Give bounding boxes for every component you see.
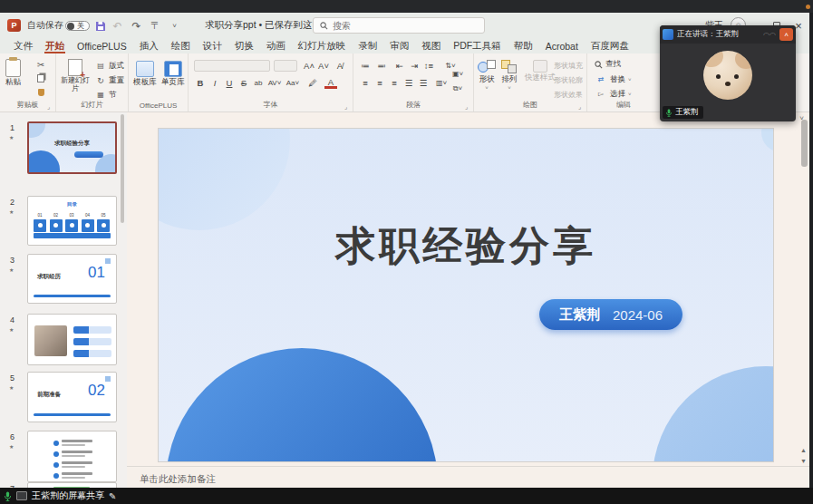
autosave-toggle[interactable]: 关 [65,21,90,31]
slide-5-thumbnail[interactable]: 前期准备 02 [27,372,117,422]
thumbnail-panel-scrollbar[interactable] [121,114,124,223]
meeting-overlay-header[interactable]: 正在讲话：王紫荆 ◠◠ ˄ [660,25,796,44]
arrange-button[interactable]: 排列 ˅ [501,60,518,91]
font-dialog-launcher[interactable]: ⌟ [344,103,351,110]
slide-canvas[interactable]: 求职经验分享 王紫荆 2024-06 [159,129,773,461]
editor-scrollbar-thumb[interactable] [801,120,808,167]
new-slide-button[interactable]: 新建幻灯片 [60,59,91,92]
font-family-select[interactable] [194,60,270,72]
slide-3-thumbnail[interactable]: 求职经历 01 [27,254,117,304]
slide-4-thumbnail[interactable] [27,314,117,365]
menu-tab-record[interactable]: 录制 [352,38,383,53]
change-case-button[interactable]: Aa˅ [286,77,299,89]
previous-slide-button[interactable]: ▲ [799,446,808,455]
font-size-select[interactable] [274,60,297,72]
search-box[interactable] [313,17,485,34]
menu-tab-animations[interactable]: 动画 [260,38,292,53]
menu-tab-home[interactable]: 开始 [39,38,71,53]
justify-button[interactable]: ☰ [402,77,415,89]
align-right-button[interactable]: ≡ [388,77,401,89]
align-text-button[interactable]: ▣˅ [451,68,464,80]
menu-tab-officeplus[interactable]: OfficePLUS [71,38,133,53]
strikethrough-button[interactable]: S [237,77,250,89]
decrease-font-size-button[interactable]: A˅ [317,60,330,72]
slide-4-animation-star-icon: ★ [9,326,14,333]
shapes-button[interactable]: 形状 ˅ [478,60,496,91]
font-color-button[interactable]: A [324,77,337,89]
decrease-indent-button[interactable]: ⇤ [393,60,406,72]
overlay-expand-button[interactable]: ˄ [779,28,793,41]
select-button[interactable]: ▻ 选择 ˅ [595,88,632,100]
slide-1-thumbnail[interactable]: 求职经验分享 [27,121,117,174]
menu-tab-pdf-toolbox[interactable]: PDF工具箱 [447,38,508,53]
menu-tab-draw[interactable]: 绘图 [165,38,197,53]
menu-tab-view[interactable]: 视图 [415,38,447,53]
convert-to-smartart-button[interactable]: ⧉˅ [451,82,464,94]
menu-tab-acrobat[interactable]: Acrobat [539,38,585,53]
highlight-color-button[interactable]: 🖉 [306,77,319,89]
menu-tab-file[interactable]: 文件 [7,38,39,53]
clipboard-dialog-launcher[interactable]: ⌟ [47,103,53,110]
font-group-label: 字体 [189,100,353,110]
redo-button[interactable]: ↷ [129,18,144,34]
clear-formatting-button[interactable]: A̸ [334,60,346,72]
shape-effects-button[interactable]: 形状效果 [554,90,583,100]
notes-pane[interactable]: 单击此处添加备注 [127,466,809,488]
single-page-library-button[interactable]: 单页库 [161,61,185,88]
shape-fill-button[interactable]: 形状填充 [554,61,583,71]
drawing-dialog-launcher[interactable]: ⌟ [578,103,585,110]
menu-tab-design[interactable]: 设计 [197,38,228,53]
bullets-button[interactable]: ≔ [359,60,372,72]
slide-author-badge[interactable]: 王紫荆 2024-06 [539,299,682,330]
annotate-pencil-icon[interactable]: ✎ [109,491,116,501]
align-left-button[interactable]: ≡ [359,77,372,89]
replace-button[interactable]: ⇄ 替换 ˅ [595,73,632,85]
menu-tab-review[interactable]: 审阅 [383,38,415,53]
align-center-button[interactable]: ≡ [373,77,386,89]
layout-button[interactable]: ▤ 版式 [94,60,124,72]
template-library-button[interactable]: 模板库 [133,61,157,88]
paste-button[interactable]: 粘贴 [5,59,21,88]
underline-button[interactable]: U [223,77,236,89]
increase-indent-button[interactable]: ⇥ [408,60,421,72]
meeting-floating-window[interactable]: 正在讲话：王紫荆 ◠◠ ˄ 王紫荆 [660,25,796,121]
quick-styles-button[interactable]: 快速样式 [525,60,556,83]
italic-button[interactable]: I [208,77,221,89]
thumbnail-row-5: 5 ★ 前期准备 02 [0,372,127,425]
bold-button[interactable]: B [194,77,207,89]
slideshow-from-beginning-button[interactable]: 〒 [148,18,163,34]
menu-tab-transitions[interactable]: 切换 [228,38,260,53]
find-button[interactable]: 查找 [595,59,621,70]
menu-tab-insert[interactable]: 插入 [133,38,165,53]
quick-access-customize-chevron-icon[interactable]: ˅ [167,18,182,34]
search-input[interactable] [333,21,469,31]
distribute-button[interactable]: ☰ [417,77,430,89]
screen-share-label[interactable]: 王紫荆的屏幕共享 [32,489,104,502]
character-spacing-button[interactable]: AV˅ [268,77,281,89]
copy-button[interactable] [34,73,47,84]
menu-tab-slideshow[interactable]: 幻灯片放映 [292,38,353,53]
slide-title-text[interactable]: 求职经验分享 [159,219,773,273]
cut-button[interactable]: ✂ [34,59,47,71]
reset-button[interactable]: ↻ 重置 [94,74,124,86]
save-button[interactable] [92,18,108,34]
increase-font-size-button[interactable]: A˄ [303,60,315,72]
columns-button[interactable]: ▥˅ [435,77,448,89]
line-spacing-button[interactable]: ↕≡ [422,60,435,72]
slide-6-thumbnail[interactable] [27,431,117,482]
menu-tab-help[interactable]: 帮助 [508,38,539,53]
paragraph-group-label: 段落 [353,100,473,110]
ribbon-group-slides: 新建幻灯片 ▤ 版式 ↻ 重置 ▦ 节 幻灯片 [56,53,129,111]
undo-button[interactable]: ↶ [110,18,125,34]
format-painter-button[interactable] [34,86,47,98]
next-slide-button[interactable]: ▼ [799,457,808,466]
numbering-button[interactable]: ≕ [375,60,388,72]
officeplus-group-label: OfficePLUS [129,102,188,110]
drawing-group-label: 绘图 [474,100,586,110]
notes-placeholder[interactable]: 单击此处添加备注 [140,473,216,486]
menu-tab-baidu-netdisk[interactable]: 百度网盘 [585,38,635,53]
text-shadow-button[interactable]: ab [252,77,265,89]
shape-outline-button[interactable]: 形状轮廓 [554,75,583,85]
slide-2-thumbnail[interactable]: 目录 01 02 03 04 05 [27,196,117,246]
paragraph-dialog-launcher[interactable]: ⌟ [465,103,471,110]
